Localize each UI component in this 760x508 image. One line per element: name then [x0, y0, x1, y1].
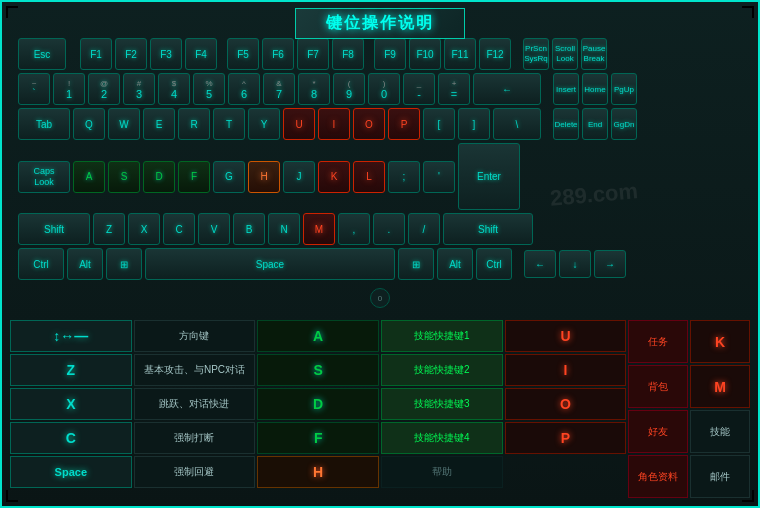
legend-desc-o: 好友 [628, 410, 688, 453]
key-lctrl[interactable]: Ctrl [18, 248, 64, 280]
key-3[interactable]: #3 [123, 73, 155, 105]
key-ralt[interactable]: Alt [437, 248, 473, 280]
key-delete[interactable]: Delete [553, 108, 579, 140]
key-lalt[interactable]: Alt [67, 248, 103, 280]
key-right[interactable]: → [594, 250, 626, 278]
key-comma[interactable]: , [338, 213, 370, 245]
key-l[interactable]: L [353, 161, 385, 193]
key-1[interactable]: !1 [53, 73, 85, 105]
legend-desc-f: 技能快捷键4 [381, 422, 503, 454]
key-r[interactable]: R [178, 108, 210, 140]
key-minus[interactable]: _- [403, 73, 435, 105]
key-p[interactable]: P [388, 108, 420, 140]
fn-row: Esc F1 F2 F3 F4 F5 F6 F7 F8 F9 F10 F11 F… [18, 38, 742, 70]
legend-key-h: H [257, 456, 379, 488]
legend-key-space: Space [10, 456, 132, 488]
key-6[interactable]: ^6 [228, 73, 260, 105]
legend-key-a: A [257, 320, 379, 352]
key-c[interactable]: C [163, 213, 195, 245]
key-q[interactable]: Q [73, 108, 105, 140]
key-v[interactable]: V [198, 213, 230, 245]
key-5[interactable]: %5 [193, 73, 225, 105]
key-n[interactable]: N [268, 213, 300, 245]
key-a[interactable]: A [73, 161, 105, 193]
key-enter[interactable]: Enter [458, 143, 520, 210]
key-b[interactable]: B [233, 213, 265, 245]
key-k[interactable]: K [318, 161, 350, 193]
key-rwin[interactable]: ⊞ [398, 248, 434, 280]
key-d[interactable]: D [143, 161, 175, 193]
key-g[interactable]: G [213, 161, 245, 193]
key-pgup[interactable]: PgUp [611, 73, 637, 105]
key-8[interactable]: *8 [298, 73, 330, 105]
key-j[interactable]: J [283, 161, 315, 193]
key-space[interactable]: Space [145, 248, 395, 280]
key-lbracket[interactable]: [ [423, 108, 455, 140]
key-t[interactable]: T [213, 108, 245, 140]
key-rctrl[interactable]: Ctrl [476, 248, 512, 280]
key-period[interactable]: . [373, 213, 405, 245]
key-semicolon[interactable]: ; [388, 161, 420, 193]
key-f12[interactable]: F12 [479, 38, 511, 70]
legend-col-ui: U I O P [505, 320, 627, 498]
key-2[interactable]: @2 [88, 73, 120, 105]
key-x[interactable]: X [128, 213, 160, 245]
legend-desc-d: 技能快捷键3 [381, 388, 503, 420]
key-backslash[interactable]: \ [493, 108, 541, 140]
key-caps[interactable]: CapsLook [18, 161, 70, 193]
key-4[interactable]: $4 [158, 73, 190, 105]
zxcv-row: Shift Z X C V B N M , . / Shift [18, 213, 742, 245]
key-scroll-lock[interactable]: ScrollLook [552, 38, 578, 70]
key-down[interactable]: ↓ [559, 250, 591, 278]
key-lshift[interactable]: Shift [18, 213, 90, 245]
key-f3[interactable]: F3 [150, 38, 182, 70]
key-9[interactable]: (9 [333, 73, 365, 105]
key-y[interactable]: Y [248, 108, 280, 140]
key-rshift[interactable]: Shift [443, 213, 533, 245]
key-esc[interactable]: Esc [18, 38, 66, 70]
bottom-row: Ctrl Alt ⊞ Space ⊞ Alt Ctrl ← ↓ → [18, 248, 742, 280]
key-insert[interactable]: Insert [553, 73, 579, 105]
key-o[interactable]: O [353, 108, 385, 140]
key-f1[interactable]: F1 [80, 38, 112, 70]
key-e[interactable]: E [143, 108, 175, 140]
key-pause[interactable]: PauseBreak [581, 38, 607, 70]
key-i[interactable]: I [318, 108, 350, 140]
key-f11[interactable]: F11 [444, 38, 476, 70]
key-w[interactable]: W [108, 108, 140, 140]
legend-desc-h: 帮助 [381, 456, 503, 488]
legend-key-x: X [10, 388, 132, 420]
key-tilde[interactable]: ~` [18, 73, 50, 105]
key-plus[interactable]: += [438, 73, 470, 105]
key-h[interactable]: H [248, 161, 280, 193]
key-f10[interactable]: F10 [409, 38, 441, 70]
key-prscn[interactable]: PrScnSysRq [523, 38, 549, 70]
corner-tl [6, 6, 18, 18]
key-f7[interactable]: F7 [297, 38, 329, 70]
key-pgdn[interactable]: GgDn [611, 108, 637, 140]
key-f5[interactable]: F5 [227, 38, 259, 70]
key-u[interactable]: U [283, 108, 315, 140]
key-backspace[interactable]: ← [473, 73, 541, 105]
key-home[interactable]: Home [582, 73, 608, 105]
legend-key-p: P [505, 422, 627, 454]
key-left[interactable]: ← [524, 250, 556, 278]
key-lwin[interactable]: ⊞ [106, 248, 142, 280]
key-end[interactable]: End [582, 108, 608, 140]
key-tab[interactable]: Tab [18, 108, 70, 140]
key-slash[interactable]: / [408, 213, 440, 245]
key-f9[interactable]: F9 [374, 38, 406, 70]
key-z[interactable]: Z [93, 213, 125, 245]
key-rbracket[interactable]: ] [458, 108, 490, 140]
key-m[interactable]: M [303, 213, 335, 245]
legend-key-i: I [505, 354, 627, 386]
key-quote[interactable]: ' [423, 161, 455, 193]
key-f8[interactable]: F8 [332, 38, 364, 70]
key-s[interactable]: S [108, 161, 140, 193]
key-7[interactable]: &7 [263, 73, 295, 105]
key-f2[interactable]: F2 [115, 38, 147, 70]
key-f4[interactable]: F4 [185, 38, 217, 70]
key-f[interactable]: F [178, 161, 210, 193]
key-f6[interactable]: F6 [262, 38, 294, 70]
key-0[interactable]: )0 [368, 73, 400, 105]
